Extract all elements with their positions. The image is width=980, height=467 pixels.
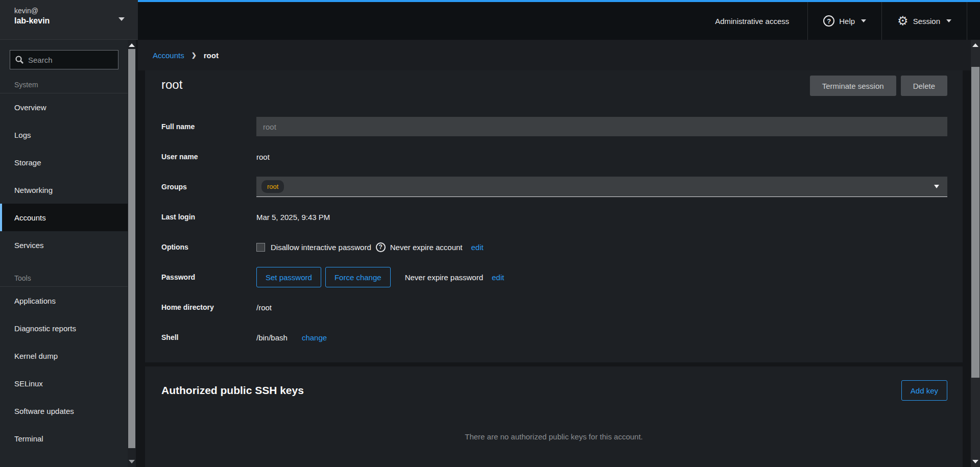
user-name-label: User name	[161, 153, 256, 161]
session-label: Session	[913, 17, 940, 26]
search-placeholder: Search	[28, 56, 53, 64]
breadcrumb: Accounts ❯ root	[138, 40, 971, 70]
sidebar-item-accounts[interactable]: Accounts	[0, 204, 128, 231]
question-circle-icon[interactable]: ?	[376, 242, 386, 252]
masthead: Administrative access ? Help ⚙ Session	[138, 0, 980, 40]
shell-label: Shell	[161, 333, 256, 341]
chevron-down-icon	[861, 19, 866, 22]
sidebar-item-applications[interactable]: Applications	[0, 287, 128, 314]
ssh-keys-title: Authorized public SSH keys	[161, 384, 304, 397]
scrollbar-thumb[interactable]	[128, 49, 135, 448]
never-expire-password-text: Never expire password	[405, 273, 483, 282]
ssh-keys-card: Authorized public SSH keys Add key There…	[145, 366, 963, 467]
sidebar-item-networking[interactable]: Networking	[0, 176, 128, 204]
full-name-label: Full name	[161, 122, 256, 131]
disallow-password-label: Disallow interactive password	[271, 243, 371, 252]
password-row: Password Set password Force change Never…	[161, 267, 947, 287]
options-row: Options Disallow interactive password ? …	[161, 237, 947, 257]
breadcrumb-current: root	[204, 51, 219, 60]
force-change-button[interactable]: Force change	[325, 267, 391, 287]
terminate-session-button[interactable]: Terminate session	[810, 76, 896, 96]
main-content: root Terminate session Delete Full name …	[138, 70, 971, 467]
help-label: Help	[839, 17, 855, 26]
groups-row: Groups root	[161, 177, 947, 197]
nav-section-system: System	[14, 81, 128, 89]
sidebar-item-overview[interactable]: Overview	[0, 93, 128, 121]
search-input[interactable]: Search	[10, 50, 118, 69]
user-name-value: root	[256, 153, 270, 161]
hostname-label: lab-kevin	[14, 16, 50, 26]
sidebar-item-logs[interactable]: Logs	[0, 121, 128, 149]
edit-account-expiry-link[interactable]: edit	[471, 243, 484, 252]
sidebar-item-kernel-dump[interactable]: Kernel dump	[0, 342, 128, 370]
delete-button[interactable]: Delete	[901, 76, 947, 96]
last-login-value: Mar 5, 2025, 9:43 PM	[256, 213, 330, 222]
sidebar-item-storage[interactable]: Storage	[0, 149, 128, 176]
main-scrollbar[interactable]	[971, 40, 980, 467]
search-icon	[15, 56, 23, 64]
edit-password-expiry-link[interactable]: edit	[492, 273, 504, 282]
question-circle-icon: ?	[823, 15, 834, 27]
sidebar-item-selinux[interactable]: SELinux	[0, 370, 128, 397]
sidebar-nav: Search System Overview Logs Storage Netw…	[0, 40, 128, 467]
scroll-up-icon[interactable]	[129, 43, 135, 47]
sidebar-scrollbar[interactable]	[128, 40, 136, 467]
groups-label: Groups	[161, 183, 256, 191]
ssh-keys-empty-text: There are no authorized public keys for …	[145, 432, 963, 441]
shell-value: /bin/bash	[256, 333, 288, 342]
disallow-password-checkbox[interactable]	[256, 243, 265, 252]
user-name-row: User name root	[161, 146, 947, 167]
add-key-button[interactable]: Add key	[901, 380, 947, 401]
last-login-row: Last login Mar 5, 2025, 9:43 PM	[161, 207, 947, 227]
account-details-card: root Terminate session Delete Full name …	[145, 70, 963, 362]
home-directory-row: Home directory /root	[161, 297, 947, 317]
full-name-row: Full name	[161, 116, 947, 137]
home-directory-label: Home directory	[161, 303, 256, 311]
sidebar-item-services[interactable]: Services	[0, 231, 128, 259]
password-label: Password	[161, 273, 256, 281]
shell-row: Shell /bin/bash change	[161, 327, 947, 348]
administrative-access-label: Administrative access	[715, 17, 789, 26]
chevron-right-icon: ❯	[192, 52, 197, 59]
nav-section-tools: Tools	[14, 274, 128, 282]
username-label: kevin@	[14, 7, 38, 15]
options-label: Options	[161, 243, 256, 251]
scroll-up-icon[interactable]	[972, 43, 978, 47]
scroll-down-icon[interactable]	[972, 460, 978, 463]
sidebar-item-terminal[interactable]: Terminal	[0, 425, 128, 452]
sidebar-item-software-updates[interactable]: Software updates	[0, 397, 128, 425]
scrollbar-thumb[interactable]	[971, 67, 979, 378]
group-chip[interactable]: root	[261, 180, 284, 193]
divider	[967, 2, 980, 40]
gear-icon: ⚙	[897, 15, 909, 27]
page-title: root	[161, 76, 182, 92]
full-name-input[interactable]	[256, 117, 947, 136]
sidebar-item-diagnostic-reports[interactable]: Diagnostic reports	[0, 314, 128, 342]
session-menu[interactable]: ⚙ Session	[881, 2, 967, 40]
last-login-label: Last login	[161, 213, 256, 221]
breadcrumb-accounts-link[interactable]: Accounts	[153, 51, 184, 60]
chevron-down-icon	[946, 19, 951, 22]
set-password-button[interactable]: Set password	[256, 267, 321, 287]
scroll-down-icon[interactable]	[129, 460, 135, 463]
administrative-access-button[interactable]: Administrative access	[700, 2, 807, 40]
home-directory-value: /root	[256, 303, 272, 312]
change-shell-link[interactable]: change	[302, 333, 327, 342]
help-menu[interactable]: ? Help	[807, 2, 881, 40]
user-host-menu[interactable]: kevin@ lab-kevin	[0, 0, 138, 40]
chevron-down-icon	[934, 185, 939, 188]
groups-select[interactable]: root	[256, 177, 947, 197]
chevron-down-icon	[118, 17, 125, 21]
never-expire-account-text: Never expire account	[390, 243, 463, 252]
